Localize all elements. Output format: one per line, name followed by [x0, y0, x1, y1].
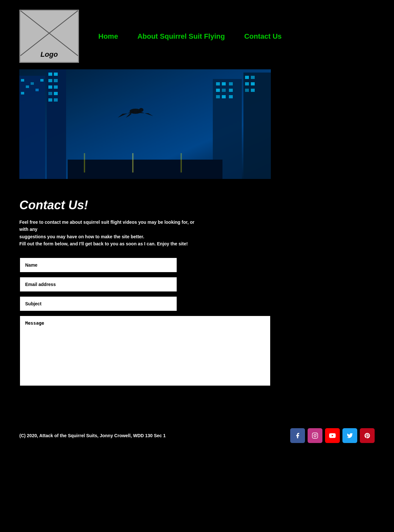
name-input[interactable]	[19, 257, 177, 273]
svg-rect-44	[19, 69, 271, 179]
svg-point-46	[314, 434, 316, 437]
contact-form	[19, 257, 375, 386]
intro-line1: Feel free to contact me about squirrel s…	[19, 220, 194, 232]
instagram-button[interactable]	[308, 428, 322, 443]
nav-about[interactable]: About Squirrel Suit Flying	[137, 32, 225, 41]
site-footer: (C) 2020, Attack of the Squirrel Suits, …	[0, 415, 394, 456]
hero-image	[19, 69, 271, 179]
svg-point-47	[316, 434, 317, 434]
facebook-button[interactable]	[290, 428, 305, 443]
subject-input[interactable]	[19, 296, 177, 311]
email-input[interactable]	[19, 277, 177, 292]
intro-line3: Fill out the form below, and I'll get ba…	[19, 241, 188, 246]
intro-text: Feel free to contact me about squirrel s…	[19, 219, 200, 248]
svg-rect-45	[312, 433, 318, 438]
intro-line2: suggestions you may have on how to make …	[19, 234, 144, 239]
copyright-text: (C) 2020, Attack of the Squirrel Suits, …	[19, 433, 166, 438]
nav-home[interactable]: Home	[98, 32, 118, 41]
social-icons	[290, 428, 375, 443]
youtube-button[interactable]	[325, 428, 340, 443]
svg-line-1	[20, 11, 78, 56]
logo: Logo	[19, 10, 79, 63]
main-nav: Home About Squirrel Suit Flying Contact …	[98, 32, 282, 41]
twitter-button[interactable]	[342, 428, 357, 443]
site-header: Logo Home About Squirrel Suit Flying Con…	[0, 0, 394, 69]
nav-contact[interactable]: Contact Us	[244, 32, 281, 41]
pinterest-button[interactable]	[360, 428, 375, 443]
svg-line-0	[20, 11, 78, 56]
logo-label: Logo	[41, 50, 58, 59]
page-title: Contact Us!	[19, 198, 375, 212]
message-textarea[interactable]	[19, 315, 271, 386]
main-content: Contact Us! Feel free to contact me abou…	[0, 189, 394, 396]
